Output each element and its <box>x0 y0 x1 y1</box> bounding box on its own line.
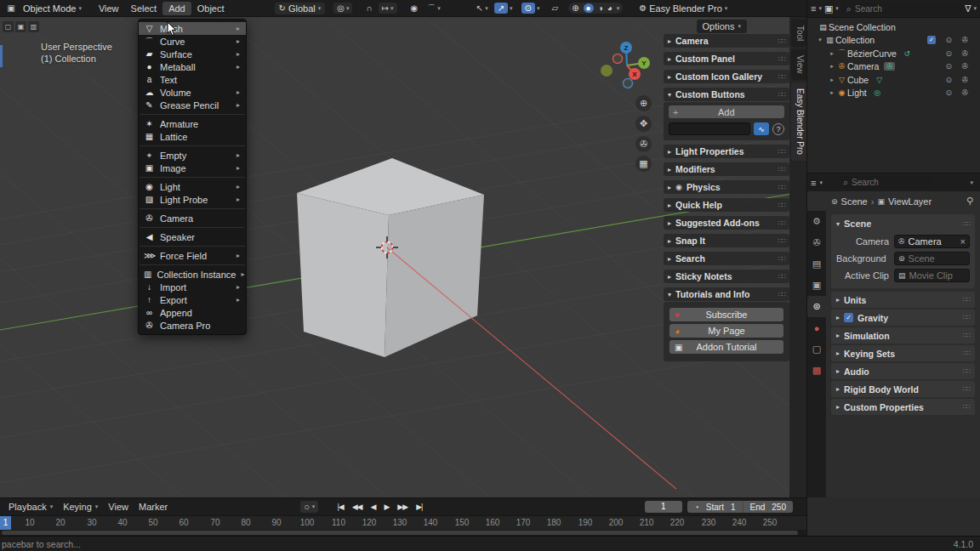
gizmo-neg-y-axis[interactable] <box>601 65 612 77</box>
shading-material-button[interactable]: ◑ <box>598 3 603 13</box>
menu-item-empty[interactable]: ⌖Empty▸ <box>139 149 246 162</box>
grip-icon[interactable]: ∷∷ <box>963 349 970 357</box>
menu-item-export[interactable]: ↑Export▸ <box>139 293 246 306</box>
panel-tutorials-info[interactable]: ▾Tutorials and Info∷∷ <box>664 287 789 301</box>
panel-snap-it[interactable]: ▸Snap It∷∷ <box>664 234 789 247</box>
editor-type-icon[interactable]: ▣ <box>3 3 19 13</box>
options-dropdown[interactable]: Options ▾ <box>697 20 747 33</box>
menu-keying[interactable]: Keying▾ <box>58 500 103 514</box>
tab-world[interactable]: ● <box>807 317 826 338</box>
select-extend-icon[interactable]: ▥ <box>28 21 39 32</box>
grip-icon[interactable]: ∷∷ <box>778 219 785 227</box>
chevron-down-icon[interactable]: ▾ <box>970 179 973 186</box>
disclosure-icon[interactable]: ▸ <box>828 63 836 70</box>
start-frame-field[interactable]: ◔ Start 1 <box>687 503 743 512</box>
menu-item-collection-instance[interactable]: ▥Collection Instance▸ <box>139 268 246 281</box>
menu-item-import[interactable]: ↓Import▸ <box>139 281 246 293</box>
python-icon[interactable]: ∿ <box>754 122 769 135</box>
menu-item-force-field[interactable]: ⋙Force Field▸ <box>139 249 246 262</box>
select-new-icon[interactable]: ▣ <box>15 21 26 32</box>
hide-eye-icon[interactable]: ⊙ <box>945 36 952 44</box>
menu-add[interactable]: Add <box>162 2 191 15</box>
addon-tutorial-button[interactable]: ▣Addon Tutorial <box>669 340 783 354</box>
section-audio[interactable]: ▸Audio∷∷ <box>831 363 975 379</box>
mode-selector[interactable]: Object Mode ▾ <box>19 3 86 14</box>
hide-eye-icon[interactable]: ⊙ <box>945 62 952 71</box>
menu-item-camera-pro[interactable]: ✇Camera Pro <box>139 319 246 332</box>
help-button[interactable]: ? <box>772 123 784 135</box>
row-beziercurve[interactable]: ▸ ⌒ BézierCurve ↺ ⊙ ✇ <box>807 47 980 60</box>
playhead[interactable]: 1 <box>0 516 11 531</box>
collection-checkbox[interactable]: ✓ <box>927 36 936 44</box>
menu-item-metaball[interactable]: ●Metaball▸ <box>139 60 246 73</box>
tab-output[interactable]: ▤ <box>807 253 826 275</box>
menu-marker[interactable]: Marker <box>134 500 173 514</box>
render-visibility-icon[interactable]: ✇ <box>961 36 968 44</box>
select-box-icon[interactable]: ▢ <box>3 21 14 32</box>
grip-icon[interactable]: ∷∷ <box>778 273 785 281</box>
gravity-checkbox[interactable]: ✓ <box>844 313 853 322</box>
viewport-3d[interactable]: ▢ ▣ ▥ User Perspective (1) Collection Op… <box>0 17 806 497</box>
chevron-down-icon[interactable]: ▾ <box>818 5 822 12</box>
chevron-down-icon[interactable]: ▾ <box>836 220 840 228</box>
grip-icon[interactable]: ∷∷ <box>778 148 785 156</box>
menu-item-armature[interactable]: ✶Armature <box>139 117 246 130</box>
panel-light-properties[interactable]: ▸Light Properties∷∷ <box>664 145 789 158</box>
properties-search-input[interactable] <box>852 178 926 187</box>
section-simulation[interactable]: ▸Simulation∷∷ <box>831 327 975 344</box>
snap-toggle[interactable]: ∩ <box>362 3 375 14</box>
outliner-search[interactable]: ⌕ <box>841 3 962 15</box>
menu-item-camera[interactable]: ✇Camera <box>139 212 246 224</box>
grip-icon[interactable]: ∷∷ <box>778 37 785 45</box>
grip-icon[interactable]: ∷∷ <box>778 55 785 63</box>
scrollbar-handle[interactable] <box>2 531 798 535</box>
outliner-editor-icon[interactable]: ≡ <box>811 3 816 14</box>
menu-item-append[interactable]: ∞Append <box>139 306 246 319</box>
panel-search[interactable]: ▸Search∷∷ <box>664 252 789 265</box>
panel-quick-help[interactable]: ▸Quick Help∷∷ <box>664 198 789 212</box>
timeline-ruler[interactable]: 1 10 20 30 40 50 60 70 80 90 100 110 120… <box>0 515 806 530</box>
menu-item-light-probe[interactable]: ▨Light Probe▸ <box>139 193 246 206</box>
panel-custom-buttons[interactable]: ▾Custom Buttons∷∷ <box>664 88 789 101</box>
menu-playback[interactable]: Playback▾ <box>3 500 58 514</box>
ortho-toggle-button[interactable]: ▦ <box>635 156 652 172</box>
shading-solid-button[interactable]: ● <box>584 3 594 13</box>
grip-icon[interactable]: ∷∷ <box>778 73 785 81</box>
toolbar-active-tool-strip[interactable] <box>0 45 3 67</box>
orientation-selector[interactable]: ↻ Global ▾ <box>275 3 326 14</box>
background-field[interactable]: ⊚ Scene <box>894 252 970 265</box>
panel-sticky-notes[interactable]: ▸Sticky Notets∷∷ <box>664 270 789 283</box>
subscribe-button[interactable]: ♥Subscribe <box>669 308 783 321</box>
tab-scene[interactable]: ⊚ <box>807 296 826 317</box>
grip-icon[interactable]: ∷∷ <box>963 367 970 375</box>
disclosure-icon[interactable]: ▸ <box>828 77 836 83</box>
gizmo-neg-x-axis[interactable] <box>613 54 623 64</box>
row-scene-collection[interactable]: ▤ Scene Collection <box>807 20 980 34</box>
chevron-down-icon[interactable]: ▾ <box>819 179 823 186</box>
grip-icon[interactable]: ∷∷ <box>963 220 970 228</box>
hide-eye-icon[interactable]: ⊙ <box>945 88 952 97</box>
jump-to-start-button[interactable]: |◀ <box>333 502 346 512</box>
render-visibility-icon[interactable]: ✇ <box>961 49 968 58</box>
my-page-button[interactable]: ◕My Page <box>669 324 783 338</box>
tab-object[interactable]: ▢ <box>807 338 826 360</box>
panel-custom-panel[interactable]: ▸Custom Panel∷∷ <box>664 52 789 65</box>
play-button[interactable]: ▶ <box>380 502 392 512</box>
grip-icon[interactable]: ∷∷ <box>778 184 785 191</box>
grip-icon[interactable]: ∷∷ <box>778 237 785 245</box>
menu-view[interactable]: View <box>93 2 125 15</box>
menu-item-light[interactable]: ◉Light▸ <box>139 180 246 193</box>
pin-icon[interactable]: ⚲ <box>966 196 973 207</box>
shading-rendered-button[interactable]: ◕ <box>607 3 612 13</box>
prev-keyframe-button[interactable]: ◀◀ <box>349 502 366 512</box>
clear-icon[interactable]: × <box>960 236 966 247</box>
grip-icon[interactable]: ∷∷ <box>963 296 970 304</box>
current-frame-field[interactable]: 1 <box>645 501 682 513</box>
visibility-selector[interactable]: ↖ ▾ <box>473 3 492 14</box>
menu-item-lattice[interactable]: ▦Lattice <box>139 130 246 143</box>
chevron-down-icon[interactable]: ▾ <box>835 5 839 12</box>
pivot-selector[interactable]: ◎ ▾ <box>333 3 352 14</box>
panel-physics[interactable]: ▸◉Physics∷∷ <box>664 180 789 194</box>
menu-item-image[interactable]: ▣Image▸ <box>139 162 246 174</box>
hide-eye-icon[interactable]: ⊙ <box>945 76 952 84</box>
